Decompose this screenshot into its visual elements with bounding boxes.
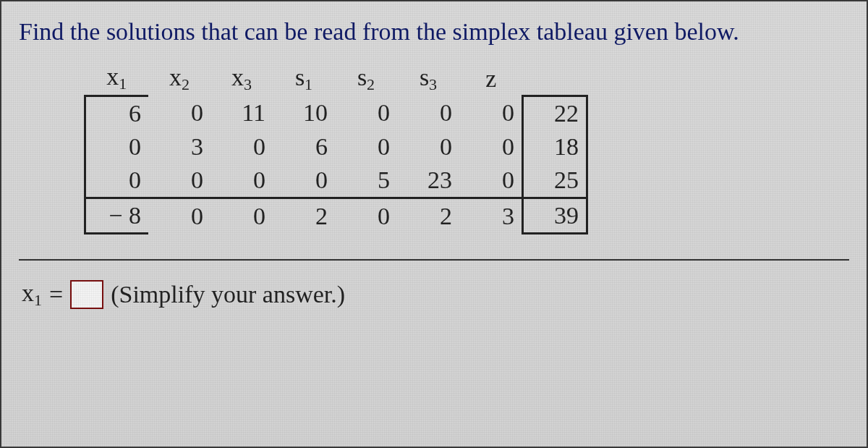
table-row: 6 0 11 10 0 0 0 22: [85, 96, 587, 130]
answer-variable: x1: [22, 279, 42, 310]
divider: [19, 259, 849, 261]
cell-rhs: 18: [523, 130, 587, 164]
instruction-text: Find the solutions that can be read from…: [19, 17, 849, 47]
cell: 0: [459, 164, 523, 198]
cell: 0: [148, 96, 210, 130]
cell-rhs: 39: [523, 198, 587, 233]
col-header-x2: x2: [148, 62, 210, 96]
col-header-s2: s2: [335, 62, 397, 96]
cell: 23: [397, 164, 459, 198]
cell: − 8: [85, 198, 149, 233]
answer-hint: (Simplify your answer.): [111, 281, 345, 308]
answer-line: x1 = (Simplify your answer.): [19, 279, 849, 310]
cell: 11: [210, 96, 273, 130]
cell: 6: [273, 130, 335, 164]
cell: 0: [397, 130, 459, 164]
cell: 0: [210, 198, 273, 233]
cell: 0: [335, 96, 397, 130]
cell-rhs: 25: [523, 164, 587, 198]
col-header-z: z: [459, 62, 523, 96]
table-row: 0 0 0 0 5 23 0 25: [85, 164, 587, 198]
table-row-objective: − 8 0 0 2 0 2 3 39: [85, 198, 587, 233]
cell: 0: [85, 164, 149, 198]
cell: 6: [85, 96, 149, 130]
cell: 0: [210, 164, 273, 198]
cell: 0: [210, 130, 273, 164]
cell: 0: [148, 198, 210, 233]
question-page: Find the solutions that can be read from…: [0, 0, 868, 448]
cell: 0: [397, 96, 459, 130]
table-row: 0 3 0 6 0 0 0 18: [85, 130, 587, 164]
cell: 0: [335, 198, 397, 233]
cell: 10: [273, 96, 335, 130]
col-header-x3: x3: [210, 62, 273, 96]
cell: 0: [459, 96, 523, 130]
cell: 3: [148, 130, 210, 164]
cell: 0: [459, 130, 523, 164]
cell: 0: [273, 164, 335, 198]
cell: 5: [335, 164, 397, 198]
equals-sign: =: [49, 281, 63, 308]
cell: 3: [459, 198, 523, 233]
col-header-x1: x1: [85, 62, 149, 96]
cell: 2: [397, 198, 459, 233]
col-header-s3: s3: [397, 62, 459, 96]
cell: 0: [85, 130, 149, 164]
tableau-header-row: x1 x2 x3 s1 s2 s3 z: [85, 62, 587, 96]
col-header-rhs: [523, 62, 587, 96]
answer-input[interactable]: [70, 280, 103, 309]
cell: 2: [273, 198, 335, 233]
cell: 0: [148, 164, 210, 198]
col-header-s1: s1: [273, 62, 335, 96]
cell-rhs: 22: [523, 96, 587, 130]
tableau-table: x1 x2 x3 s1 s2 s3 z 6 0 11 10 0 0 0 22 0: [84, 62, 588, 234]
simplex-tableau: x1 x2 x3 s1 s2 s3 z 6 0 11 10 0 0 0 22 0: [84, 62, 849, 234]
cell: 0: [335, 130, 397, 164]
